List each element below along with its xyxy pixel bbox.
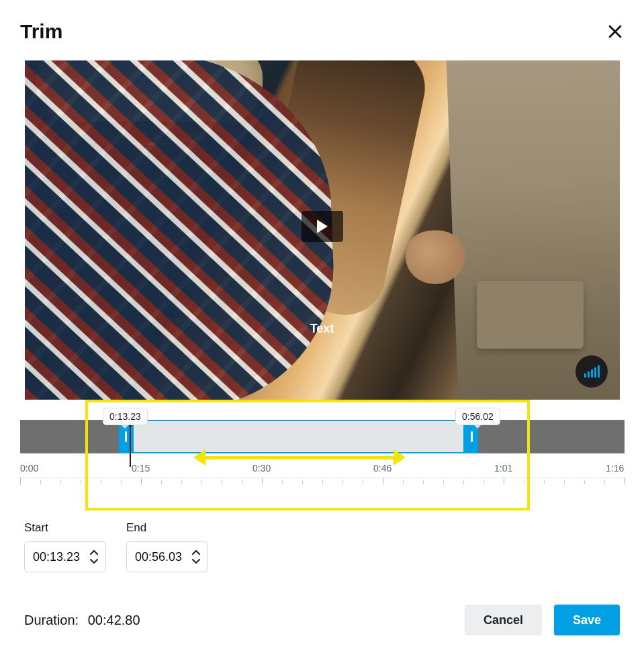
start-step-down[interactable] — [88, 557, 100, 566]
cancel-button[interactable]: Cancel — [465, 605, 542, 635]
close-button[interactable] — [606, 23, 624, 40]
ruler-label: 0:46 — [373, 463, 392, 474]
chevron-down-icon — [90, 559, 98, 564]
video-preview[interactable]: Text — [25, 60, 620, 400]
trim-modal: Trim Text 0:13.23 0:56.02 — [0, 0, 644, 665]
end-input[interactable]: 00:56.03 — [126, 541, 208, 572]
time-ruler: 0:000:150:300:461:011:16 — [20, 463, 625, 484]
audio-bars-icon — [584, 365, 600, 378]
svg-rect-4 — [598, 365, 600, 378]
drag-hint-arrow — [193, 453, 406, 461]
start-value: 00:13.23 — [33, 550, 85, 564]
action-buttons: Cancel Save — [465, 605, 620, 635]
duration-display: Duration: 00:42.80 — [24, 613, 140, 628]
duration-value: 00:42.80 — [88, 613, 140, 627]
start-time-tooltip: 0:13.23 — [103, 408, 148, 425]
timeline: 0:13.23 0:56.02 0:000:150:300:461:011:16 — [20, 420, 625, 484]
play-icon — [316, 219, 329, 234]
video-text-overlay: Text — [310, 322, 334, 336]
end-time-tooltip: 0:56.02 — [455, 408, 500, 425]
chevron-up-icon — [90, 549, 98, 555]
start-step-up[interactable] — [88, 547, 100, 557]
ruler-label: 1:16 — [606, 463, 624, 474]
modal-title: Trim — [20, 20, 62, 43]
end-step-down[interactable] — [190, 557, 202, 566]
modal-footer: Duration: 00:42.80 Cancel Save — [20, 605, 624, 635]
duration-label: Duration: — [24, 613, 79, 627]
end-value: 00:56.03 — [135, 550, 187, 564]
svg-rect-3 — [594, 367, 596, 378]
playhead[interactable] — [130, 425, 131, 467]
end-step-up[interactable] — [190, 547, 202, 557]
svg-rect-1 — [588, 371, 590, 378]
chevron-up-icon — [192, 549, 200, 555]
ruler-label: 0:00 — [20, 463, 38, 474]
ruler-label: 1:01 — [494, 463, 512, 474]
time-inputs: Start 00:13.23 End 00:56.03 — [20, 521, 624, 572]
start-input[interactable]: 00:13.23 — [24, 541, 106, 572]
modal-header: Trim — [20, 20, 624, 43]
end-field: End 00:56.03 — [126, 521, 208, 572]
audio-levels-button[interactable] — [576, 355, 608, 388]
ruler-label: 0:15 — [132, 463, 150, 474]
ruler-label: 0:30 — [252, 463, 271, 474]
svg-rect-2 — [591, 369, 593, 378]
start-field: Start 00:13.23 — [24, 521, 106, 572]
svg-rect-0 — [584, 373, 586, 378]
save-button[interactable]: Save — [554, 605, 620, 635]
end-label: End — [126, 521, 208, 535]
chevron-down-icon — [192, 559, 200, 564]
start-label: Start — [24, 521, 106, 535]
close-icon — [608, 24, 623, 39]
play-button[interactable] — [302, 211, 343, 242]
selection-range[interactable] — [132, 420, 465, 453]
